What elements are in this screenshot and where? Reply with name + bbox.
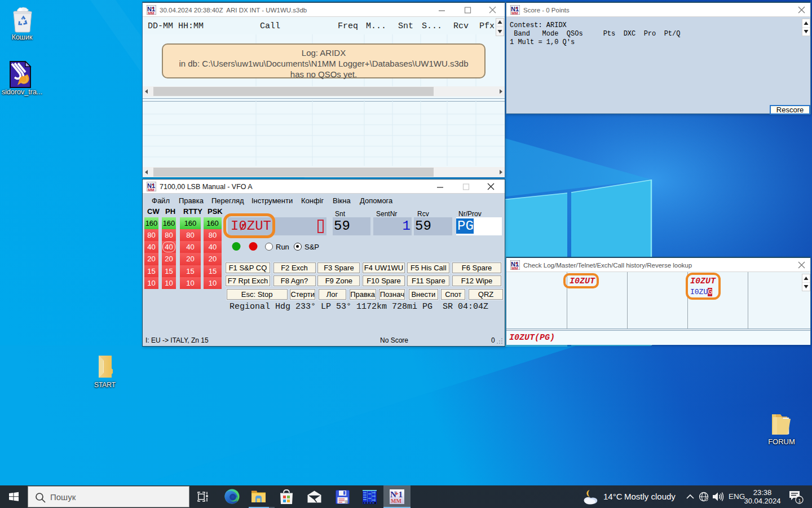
svg-text:MM: MM <box>511 11 518 15</box>
svg-text:1: 1 <box>798 498 801 503</box>
svg-text:MM: MM <box>391 498 401 504</box>
svg-text:+: + <box>395 490 398 497</box>
svg-text:MM: MM <box>148 11 155 15</box>
svg-text:31: 31 <box>346 501 349 503</box>
svg-text:+: + <box>515 6 518 11</box>
svg-text:MM: MM <box>511 266 518 270</box>
svg-text:+: + <box>152 6 155 11</box>
svg-text:+: + <box>515 261 518 266</box>
